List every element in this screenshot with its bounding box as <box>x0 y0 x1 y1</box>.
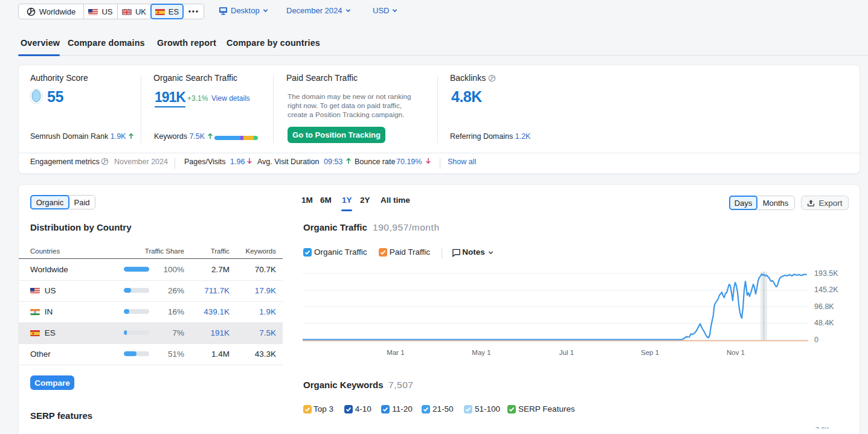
svg-text:Mar 1: Mar 1 <box>387 349 404 356</box>
svg-text:Nov 1: Nov 1 <box>727 349 745 356</box>
svg-text:0: 0 <box>814 336 818 344</box>
svg-text:145.2K: 145.2K <box>814 286 838 294</box>
svg-text:Sep 1: Sep 1 <box>641 349 659 356</box>
svg-text:96.8K: 96.8K <box>814 302 834 311</box>
svg-text:May 1: May 1 <box>472 349 490 356</box>
svg-text:Jul 1: Jul 1 <box>559 349 574 356</box>
svg-text:48.4K: 48.4K <box>814 319 834 327</box>
svg-text:193.5K: 193.5K <box>814 269 838 278</box>
